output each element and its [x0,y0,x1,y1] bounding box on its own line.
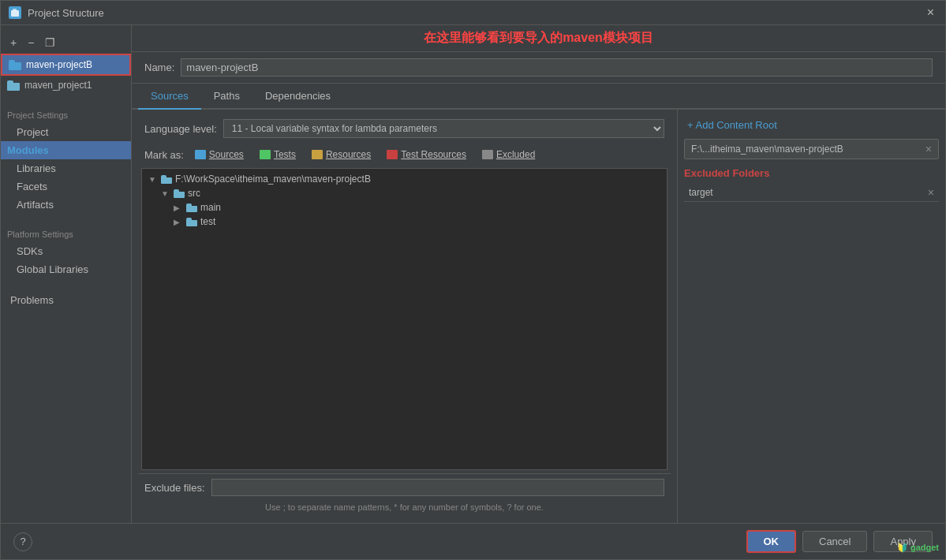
mark-sources-tag[interactable]: Sources [190,147,249,162]
dialog-title: Project Structure [28,7,918,19]
tabs-row: Sources Paths Dependencies [132,84,945,110]
tree-test-node[interactable]: ▶ test [145,215,664,229]
cancel-button[interactable]: Cancel [802,531,867,552]
tab-dependencies[interactable]: Dependencies [252,84,343,110]
project-settings-header: Project Settings [1,104,131,123]
nav-libraries[interactable]: Libraries [1,159,131,177]
file-tree[interactable]: ▼ F:\WorkSpace\itheima_maven\maven-proje… [141,168,667,470]
language-level-row: Language level: 11 - Local variable synt… [138,116,671,144]
test-label: test [200,216,215,227]
resources-tag-label: Resources [326,149,371,160]
mark-as-label: Mark as: [144,149,184,161]
bottom-bar: ? OK Cancel Apply [1,523,945,559]
sources-icon [195,150,206,159]
add-content-root-button[interactable]: + Add Content Root [684,116,939,134]
src-label: src [188,188,200,199]
nav-sdks[interactable]: SDKs [1,242,131,260]
excluded-tag-label: Excluded [496,149,535,160]
nav-facets[interactable]: Facets [1,177,131,196]
language-level-label: Language level: [144,123,217,135]
main-folder-icon [186,203,197,212]
content-root-item: F:\...itheima_maven\maven-projectB × [684,139,939,159]
ok-button[interactable]: OK [746,530,797,553]
mark-tests-tag[interactable]: Tests [255,147,301,162]
root-path-label: F:\WorkSpace\itheima_maven\maven-project… [175,174,371,185]
language-level-select[interactable]: 11 - Local variable syntax for lambda pa… [223,119,664,138]
left-panel: + − ❐ maven-projectB maven_project1 Proj… [1,25,132,523]
exclude-files-hint: Use ; to separate name patterns, * for a… [138,501,671,517]
folder-icon [7,80,20,91]
excluded-icon [482,150,493,159]
help-button[interactable]: ? [13,532,32,551]
nav-global-libraries[interactable]: Global Libraries [1,260,131,278]
main-chevron: ▶ [174,203,183,212]
test-resources-icon [387,150,398,159]
excluded-target-remove-button[interactable]: × [928,186,934,199]
folder-icon [9,60,21,70]
resources-icon [312,150,323,159]
excluded-folders-section: Excluded Folders target × [684,167,939,202]
main-content: + − ❐ maven-projectB maven_project1 Proj… [1,25,945,523]
copy-module-button[interactable]: ❐ [42,35,58,50]
add-module-button[interactable]: + [7,35,20,50]
src-chevron: ▼ [161,189,170,198]
name-input[interactable] [181,58,933,77]
watermark: 🔰 gadget [897,543,939,553]
nav-artifacts[interactable]: Artifacts [1,196,131,214]
platform-settings-header: Platform Settings [1,223,131,242]
module-toolbar: + − ❐ [1,32,131,54]
content-area: Language level: 11 - Local variable synt… [132,110,945,523]
test-chevron: ▶ [174,218,183,226]
tab-sources[interactable]: Sources [138,84,201,110]
svg-rect-1 [13,9,17,11]
exclude-files-input[interactable] [211,479,664,496]
root-folder-icon [161,175,172,184]
module-label-maven-projectB: maven-projectB [26,59,92,70]
sources-tag-label: Sources [209,149,244,160]
nav-modules[interactable]: Modules [1,141,131,159]
annotation-banner: 在这里能够看到要导入的maven模块项目 [132,25,945,52]
mark-test-resources-tag[interactable]: Test Resources [382,147,471,162]
main-pane: Language level: 11 - Local variable synt… [132,110,677,523]
project-structure-dialog: Project Structure × + − ❐ maven-projectB… [0,0,946,560]
tests-tag-label: Tests [274,149,296,160]
mark-as-row: Mark as: Sources Tests Resources [138,144,671,165]
tree-main-node[interactable]: ▶ main [145,200,664,215]
exclude-files-label: Exclude files: [144,482,205,494]
right-panel: 在这里能够看到要导入的maven模块项目 Name: Sources Paths… [132,25,945,523]
test-resources-tag-label: Test Resources [401,149,466,160]
tests-icon [260,150,271,159]
test-folder-icon [186,218,197,226]
name-row: Name: [132,52,945,84]
nav-project[interactable]: Project [1,123,131,141]
main-label: main [200,202,221,213]
excluded-target-item: target × [684,184,939,202]
module-item-maven-project1[interactable]: maven_project1 [1,76,131,95]
title-bar: Project Structure × [1,1,945,25]
right-side-panel: + Add Content Root F:\...itheima_maven\m… [677,110,945,523]
tree-root-node[interactable]: ▼ F:\WorkSpace\itheima_maven\maven-proje… [145,172,664,186]
mark-resources-tag[interactable]: Resources [307,147,376,162]
svg-rect-0 [11,10,19,17]
tab-paths[interactable]: Paths [201,84,252,110]
module-label-maven-project1: maven_project1 [24,80,92,91]
content-root-remove-button[interactable]: × [925,143,932,155]
mark-excluded-tag[interactable]: Excluded [477,147,540,162]
excluded-folders-title: Excluded Folders [684,167,939,179]
app-icon [9,6,21,19]
root-chevron: ▼ [148,175,158,184]
src-folder-icon [174,189,185,198]
nav-problems[interactable]: Problems [7,291,125,309]
exclude-files-row: Exclude files: [138,473,671,501]
module-item-maven-projectB[interactable]: maven-projectB [1,54,131,76]
excluded-target-label: target [689,187,713,198]
content-root-label: F:\...itheima_maven\maven-projectB [691,144,843,155]
tree-src-node[interactable]: ▼ src [145,186,664,200]
remove-module-button[interactable]: − [24,35,37,50]
name-label: Name: [144,62,174,73]
close-button[interactable]: × [924,6,937,20]
